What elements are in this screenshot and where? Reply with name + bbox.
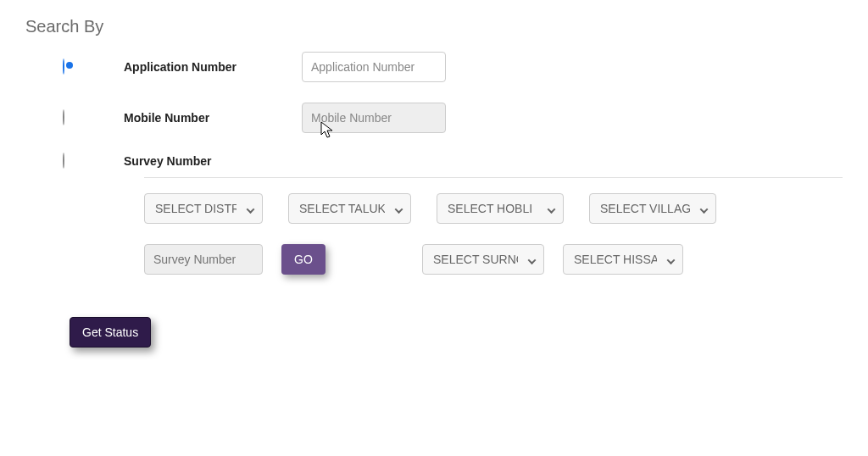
option-survey-block: Survey Number SELECT DISTRICT SELECT TAL… xyxy=(25,153,843,275)
radio-application[interactable] xyxy=(63,58,64,75)
radio-mobile-col xyxy=(63,110,124,125)
select-hissa[interactable]: SELECT HISSA xyxy=(563,244,683,275)
go-button[interactable]: GO xyxy=(281,244,326,275)
label-survey: Survey Number xyxy=(124,154,302,168)
select-hobli-label: SELECT HOBLI xyxy=(448,202,532,215)
survey-number-input xyxy=(144,244,263,275)
chevron-down-icon xyxy=(395,205,403,214)
select-hobli[interactable]: SELECT HOBLI xyxy=(437,193,564,224)
select-hissa-label: SELECT HISSA xyxy=(574,253,657,266)
survey-controls: SELECT DISTRICT SELECT TALUK SELECT HOBL… xyxy=(25,177,843,275)
get-status-button[interactable]: Get Status xyxy=(70,317,151,348)
radio-application-col xyxy=(63,59,124,75)
application-field-col xyxy=(302,52,446,82)
option-mobile-row: Mobile Number xyxy=(25,103,843,133)
chevron-down-icon xyxy=(700,205,709,214)
chevron-down-icon xyxy=(667,256,676,264)
option-survey-header-row: Survey Number xyxy=(25,153,843,169)
separator xyxy=(144,177,843,178)
select-taluk[interactable]: SELECT TALUK xyxy=(288,193,411,224)
application-number-input[interactable] xyxy=(302,52,446,82)
select-surnoc[interactable]: SELECT SURNOC xyxy=(422,244,544,275)
chevron-down-icon xyxy=(247,205,255,214)
radio-survey[interactable] xyxy=(63,153,64,169)
label-application: Application Number xyxy=(124,60,302,74)
select-taluk-label: SELECT TALUK xyxy=(299,202,385,215)
option-application-row: Application Number xyxy=(25,52,843,82)
select-district-label: SELECT DISTRICT xyxy=(155,202,236,215)
search-form: Search By Application Number Mobile Numb… xyxy=(25,17,843,348)
select-village-label: SELECT VILLAGE xyxy=(600,202,690,215)
survey-row-2: GO SELECT SURNOC SELECT HISSA xyxy=(144,244,843,275)
radio-mobile[interactable] xyxy=(63,109,64,125)
select-surnoc-label: SELECT SURNOC xyxy=(433,253,518,266)
radio-survey-col xyxy=(63,153,124,169)
mobile-field-col xyxy=(302,103,446,133)
page-title: Search By xyxy=(25,17,843,36)
label-mobile: Mobile Number xyxy=(124,111,302,125)
survey-row-1: SELECT DISTRICT SELECT TALUK SELECT HOBL… xyxy=(144,193,843,224)
chevron-down-icon xyxy=(548,205,556,214)
mobile-number-input xyxy=(302,103,446,133)
select-district[interactable]: SELECT DISTRICT xyxy=(144,193,263,224)
chevron-down-icon xyxy=(528,256,537,264)
select-village[interactable]: SELECT VILLAGE xyxy=(589,193,716,224)
